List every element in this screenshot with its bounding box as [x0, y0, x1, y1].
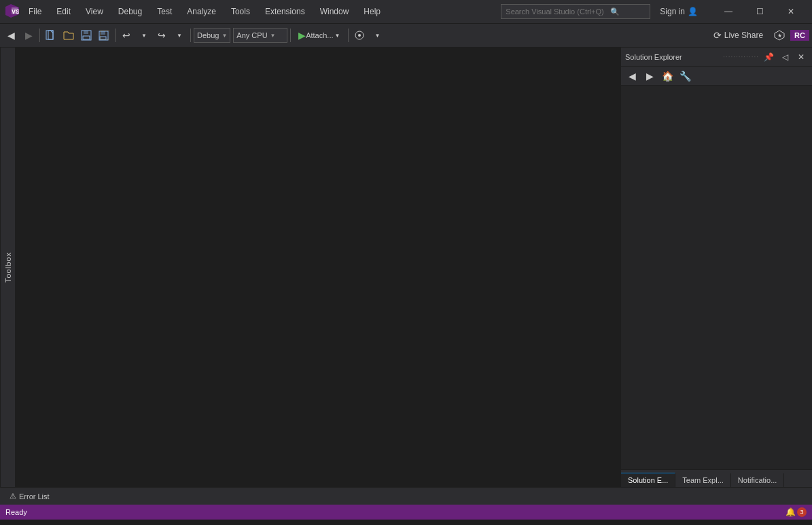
undo-dropdown[interactable]: ▼ — [136, 27, 152, 43]
menu-view[interactable]: View — [80, 4, 109, 19]
menu-file[interactable]: File — [23, 4, 47, 19]
forward-button[interactable]: ▶ — [20, 27, 37, 43]
back-button[interactable]: ◀ — [3, 27, 19, 43]
svg-rect-11 — [101, 31, 105, 35]
debug-config-dropdown[interactable]: Debug ▼ — [194, 28, 230, 43]
account-icon: 👤 — [688, 7, 698, 16]
drag-handle: ·············· — [723, 53, 759, 60]
separator-2 — [115, 29, 116, 42]
svg-rect-5 — [48, 31, 53, 39]
notification-count: 3 — [797, 507, 807, 517]
notification-area[interactable]: 🔔 3 — [785, 507, 807, 517]
svg-rect-8 — [84, 31, 88, 34]
tab-solution-explorer[interactable]: Solution E... — [621, 473, 675, 487]
platform-arrow: ▼ — [270, 33, 276, 39]
status-ready-text: Ready — [5, 508, 780, 516]
menu-extensions[interactable]: Extensions — [260, 4, 311, 19]
se-forward-button[interactable]: ▶ — [641, 68, 658, 84]
profiler-button[interactable] — [351, 27, 368, 43]
search-icon: 🔍 — [610, 7, 620, 16]
live-share-icon: ⟳ — [713, 30, 722, 41]
undo-button[interactable]: ↩ — [118, 27, 135, 43]
save-button[interactable] — [78, 27, 94, 43]
svg-line-6 — [50, 31, 53, 33]
redo-dropdown[interactable]: ▼ — [171, 27, 188, 43]
window-controls: — ☐ ✕ — [713, 0, 807, 23]
bell-icon: 🔔 — [785, 507, 796, 517]
close-button[interactable]: ✕ — [775, 0, 807, 23]
feedback-button[interactable]: ★ — [770, 26, 789, 45]
editor-area — [15, 48, 620, 487]
platform-label: Any CPU — [236, 31, 267, 39]
svg-point-15 — [358, 34, 361, 37]
vs-logo-icon: VS — [5, 4, 19, 20]
auto-hide-button[interactable]: ◁ — [778, 50, 792, 64]
live-share-label: Live Share — [724, 31, 763, 40]
save-all-button[interactable] — [96, 27, 112, 43]
separator-4 — [290, 29, 291, 42]
menu-analyze[interactable]: Analyze — [181, 4, 222, 19]
open-file-button[interactable] — [60, 27, 77, 43]
maximize-button[interactable]: ☐ — [744, 0, 775, 23]
error-list-label: Error List — [19, 492, 50, 501]
attach-button[interactable]: Attach... — [311, 27, 328, 43]
separator-1 — [39, 29, 40, 42]
title-bar: VS File Edit View Debug Test Analyze Too… — [0, 0, 812, 23]
menu-test[interactable]: Test — [152, 4, 177, 19]
attach-dropdown[interactable]: ▼ — [329, 27, 345, 43]
debug-config-arrow: ▼ — [222, 33, 227, 39]
solution-explorer-header: Solution Explorer ·············· 📌 ◁ ✕ — [621, 48, 812, 67]
bottom-panel: ⚠ Error List — [0, 487, 812, 505]
separator-5 — [348, 29, 349, 42]
toolbox-label: Toolbox — [4, 252, 12, 283]
se-back-button[interactable]: ◀ — [624, 68, 640, 84]
svg-rect-12 — [100, 37, 106, 39]
pin-button[interactable]: 📌 — [762, 50, 775, 64]
solution-explorer-tabs: Solution E... Team Expl... Notificatio..… — [621, 469, 812, 487]
svg-marker-0 — [5, 4, 11, 18]
profiler-dropdown[interactable]: ▼ — [369, 27, 385, 43]
search-input[interactable] — [506, 7, 607, 16]
se-home-button[interactable]: 🏠 — [659, 68, 675, 84]
minimize-button[interactable]: — — [713, 0, 744, 23]
menu-tools[interactable]: Tools — [226, 4, 255, 19]
solution-explorer-toolbar: ◀ ▶ 🏠 🔧 — [621, 67, 812, 86]
toolbox-panel[interactable]: Toolbox — [0, 48, 15, 487]
sign-in-button[interactable]: Sign in 👤 — [654, 5, 703, 18]
svg-rect-9 — [83, 36, 90, 39]
live-share-button[interactable]: ⟳ Live Share — [708, 28, 769, 43]
new-project-button[interactable] — [43, 27, 59, 43]
tab-notifications[interactable]: Notificatio... — [731, 473, 784, 487]
sign-in-label: Sign in — [660, 7, 685, 16]
debug-config-label: Debug — [197, 31, 219, 39]
solution-explorer-content — [621, 86, 812, 469]
status-bar: Ready 🔔 3 — [0, 505, 812, 520]
se-settings-button[interactable]: 🔧 — [677, 68, 693, 84]
menu-debug[interactable]: Debug — [113, 4, 147, 19]
menu-edit[interactable]: Edit — [51, 4, 76, 19]
redo-button[interactable]: ↪ — [154, 27, 170, 43]
error-list-icon: ⚠ — [10, 492, 16, 501]
svg-text:VS: VS — [12, 8, 19, 15]
platform-dropdown[interactable]: Any CPU ▼ — [233, 28, 287, 43]
close-panel-button[interactable]: ✕ — [794, 50, 808, 64]
svg-text:★: ★ — [777, 33, 782, 39]
rc-badge: RC — [790, 30, 809, 41]
menu-window[interactable]: Window — [315, 4, 355, 19]
error-list-button[interactable]: ⚠ Error List — [5, 490, 54, 502]
solution-explorer-panel: Solution Explorer ·············· 📌 ◁ ✕ ◀… — [620, 48, 812, 487]
tab-team-explorer[interactable]: Team Expl... — [675, 473, 731, 487]
toolbar: ◀ ▶ ↩ ▼ ↪ ▼ Debug ▼ Any CPU ▼ ▶ Attach..… — [0, 23, 812, 48]
search-box[interactable]: 🔍 — [501, 4, 650, 19]
main-layout: Toolbox Solution Explorer ··············… — [0, 48, 812, 487]
menu-help[interactable]: Help — [358, 4, 386, 19]
solution-explorer-title: Solution Explorer — [625, 53, 720, 61]
separator-3 — [190, 29, 191, 42]
